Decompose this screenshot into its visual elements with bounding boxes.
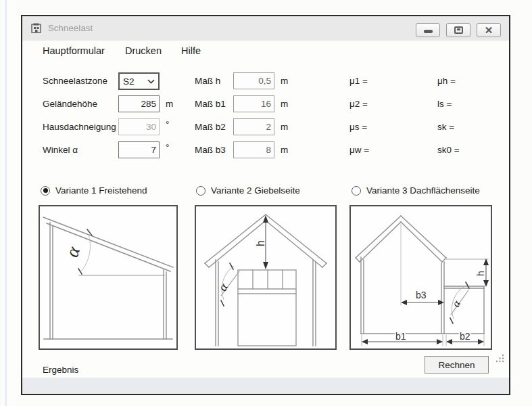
radio-label-2: Variante 2 Giebelseite: [211, 185, 300, 196]
radio-circle-2: [196, 186, 205, 196]
winkel-alpha-label: Winkel α: [43, 145, 78, 155]
ergebnis-label: Ergebnis: [43, 365, 78, 375]
mass-b1-input[interactable]: [233, 95, 274, 112]
menu-item-hilfe[interactable]: Hilfe: [181, 45, 201, 56]
mass-b2-label: Maß b2: [195, 122, 226, 132]
close-icon: ✕: [485, 25, 493, 35]
mu2-label: μ2 =: [349, 99, 368, 109]
mass-b3-unit: m: [281, 145, 288, 155]
hausdachneigung-label: Hausdachneigung: [43, 122, 116, 132]
menubar: Hauptformular Drucken Hilfe: [22, 41, 509, 62]
schneelastzone-select[interactable]: S2: [118, 72, 160, 90]
diagram-variante-3-dachflaechenseite: h b3 α b1: [349, 205, 492, 350]
sk-label: sk =: [437, 122, 454, 132]
minimize-button[interactable]: [416, 23, 440, 37]
mus-label: μs =: [349, 122, 367, 132]
schneelastzone-value: S2: [123, 76, 135, 87]
winkel-alpha-unit: °: [166, 142, 169, 152]
radio-variante-1[interactable]: Variante 1 Freistehend: [41, 185, 147, 196]
gelaendehoehe-label: Geländehöhe: [43, 99, 97, 109]
diagram-variante-1-freistehend: α: [39, 205, 178, 350]
muh-label: μh =: [437, 76, 456, 86]
rechnen-button[interactable]: Rechnen: [425, 356, 489, 374]
radio-circle-3: [352, 186, 361, 196]
mass-h-label: Maß h: [195, 76, 220, 86]
titlebar[interactable]: Schneelast ✕: [22, 16, 509, 41]
mass-h-input[interactable]: [233, 72, 274, 89]
schneelastzone-label: Schneelastzone: [43, 76, 107, 86]
chevron-down-icon: [147, 79, 155, 84]
diagram2-h-label: h: [255, 240, 266, 246]
maximize-icon: [454, 26, 463, 34]
radio-label-1: Variante 1 Freistehend: [55, 185, 147, 196]
diagram3-b3-label: b3: [416, 290, 427, 300]
mass-b1-label: Maß b1: [195, 99, 226, 109]
close-button[interactable]: ✕: [477, 23, 501, 37]
minimize-icon: [424, 30, 433, 33]
mass-b3-input[interactable]: [233, 141, 274, 158]
radio-variante-3[interactable]: Variante 3 Dachflächenseite: [352, 185, 480, 196]
diagram1-alpha-label: α: [62, 244, 84, 260]
diagram3-h-label: h: [475, 271, 486, 276]
resize-grip[interactable]: [495, 353, 505, 363]
winkel-alpha-input[interactable]: [118, 141, 160, 158]
mass-b2-unit: m: [281, 122, 288, 132]
menu-item-drucken[interactable]: Drucken: [125, 45, 162, 56]
radio-label-3: Variante 3 Dachflächenseite: [366, 185, 480, 196]
gelaendehoehe-input[interactable]: [118, 95, 160, 112]
mass-h-unit: m: [281, 76, 288, 86]
muw-label: μw =: [349, 145, 369, 155]
sk0-label: sk0 =: [437, 145, 460, 155]
mass-b3-label: Maß b3: [195, 145, 226, 155]
radio-variante-2[interactable]: Variante 2 Giebelseite: [196, 185, 300, 196]
mu1-label: μ1 =: [349, 76, 368, 86]
app-window: Schneelast ✕ Hauptformular Drucken Hilfe…: [21, 15, 510, 395]
diagram-variante-2-giebelseite: h α: [195, 205, 337, 350]
radio-circle-1: [41, 186, 50, 196]
gelaendehoehe-unit: m: [166, 99, 173, 109]
window-title: Schneelast: [48, 23, 93, 33]
ls-label: ls =: [437, 99, 452, 109]
hausdachneigung-unit: °: [166, 119, 169, 129]
hausdachneigung-input: [118, 118, 160, 135]
app-icon: [30, 22, 43, 35]
status-strip: [22, 378, 509, 394]
diagram2-alpha-label: α: [216, 281, 231, 293]
scan-artifact-line: [5, 0, 7, 406]
diagram3-b1-label: b1: [395, 331, 406, 342]
mass-b1-unit: m: [281, 99, 288, 109]
menu-item-hauptformular[interactable]: Hauptformular: [43, 45, 105, 56]
mass-b2-input[interactable]: [233, 118, 274, 135]
maximize-button[interactable]: [446, 23, 470, 37]
diagram3-b2-label: b2: [460, 331, 470, 342]
